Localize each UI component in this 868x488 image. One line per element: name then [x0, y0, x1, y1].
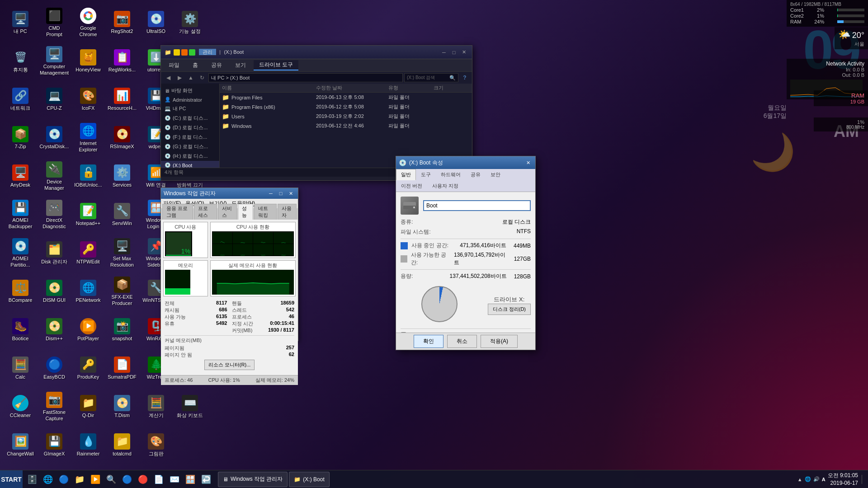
- icon-penetwork[interactable]: 🌐 PENetwork: [72, 273, 104, 310]
- sidebar-drive-f[interactable]: 💿(F:) 로컬 디스...: [161, 132, 219, 142]
- explorer-minimize-btn[interactable]: ─: [439, 48, 448, 57]
- icon-rsimage[interactable]: 📀 RSImageX: [106, 120, 138, 156]
- icon-crystaldisk[interactable]: 💿 CrystalDisk...: [38, 120, 70, 156]
- explorer-forward-btn[interactable]: ▶: [175, 73, 184, 83]
- icon-notepad[interactable]: 📝 Notepad++: [72, 197, 104, 233]
- props-tab-tools[interactable]: 도구: [416, 169, 436, 180]
- icon-calc[interactable]: 🧮 Calc: [5, 350, 36, 386]
- icon-tdism[interactable]: 📀 T.Dism: [106, 389, 138, 425]
- explorer-up-btn[interactable]: ▲: [186, 73, 196, 83]
- icon-sumatrapdf[interactable]: 📄 SumatraPDF: [106, 350, 138, 386]
- icon-directx[interactable]: 🎮 DirectX Diagnostic: [38, 197, 70, 233]
- icon-device-mgr[interactable]: 🔌 Device Manager: [38, 158, 70, 194]
- taskbar-icon-mail[interactable]: ✉️: [167, 472, 182, 487]
- taskbar-icon-office[interactable]: 📄: [151, 472, 166, 487]
- tray-show-desktop[interactable]: [862, 475, 864, 484]
- icon-regworks[interactable]: 📋 RegWorks...: [106, 43, 138, 79]
- icon-setmaxres[interactable]: 🖥️ Set Max Resolution: [106, 235, 138, 271]
- tm-tab-networking[interactable]: 네트워킹: [254, 204, 277, 220]
- icon-ie[interactable]: 🌐 Internet Explorer: [72, 120, 104, 156]
- icon-sfx[interactable]: 📦 SFX-EXE Producer: [106, 273, 138, 310]
- taskman-close-btn[interactable]: ✕: [286, 189, 295, 198]
- icon-cmd[interactable]: ⬛ CMD Prompt: [38, 5, 70, 41]
- tm-tab-services[interactable]: 서비스: [218, 204, 237, 220]
- explorer-tab-share[interactable]: 공유: [206, 61, 227, 70]
- explorer-refresh-btn[interactable]: ↻: [197, 73, 207, 83]
- taskbar-time[interactable]: 오전 9:01:05 2019-06-17: [828, 472, 858, 487]
- icon-ccleaner[interactable]: 🧹 CCleaner: [5, 389, 36, 425]
- sidebar-drive-g[interactable]: 💿(G:) 로컬 디스...: [161, 142, 219, 151]
- explorer-help-btn[interactable]: ?: [460, 73, 470, 83]
- icon-produkey[interactable]: 🔑 ProduKey: [72, 350, 104, 386]
- props-tab-custom[interactable]: 사용자 지정: [427, 180, 463, 192]
- taskman-maximize-btn[interactable]: □: [276, 189, 285, 198]
- taskbar-icon-red[interactable]: 🔴: [136, 472, 150, 487]
- tm-tab-users[interactable]: 사용자: [278, 204, 297, 220]
- sidebar-drive-h[interactable]: 💿(H:) 로컬 디스...: [161, 151, 219, 161]
- taskbar-icon-rh[interactable]: 🗄️: [25, 472, 39, 487]
- taskbar-icon-arrow[interactable]: ↩️: [199, 472, 213, 487]
- icon-computer-mgmt[interactable]: 🖥️ Computer Management: [38, 43, 70, 79]
- sidebar-desktop[interactable]: 🖥바탕 화면: [161, 86, 219, 95]
- icon-bcompare[interactable]: ⚖️ BCompare: [5, 273, 36, 310]
- props-tab-sharing[interactable]: 공유: [466, 169, 486, 180]
- props-close-btn[interactable]: ✕: [524, 158, 533, 167]
- file-row[interactable]: 📁Program Files (x86) 2019-06-12 오후 5:08 …: [220, 102, 472, 112]
- explorer-search-box[interactable]: (X:) Boot 검색 🔍: [404, 73, 458, 82]
- icon-calculator2[interactable]: 🧮 계산기: [140, 389, 172, 425]
- tray-network[interactable]: 🌐: [805, 476, 811, 482]
- icon-gimagex[interactable]: 💾 GImageX: [38, 427, 70, 463]
- icon-keyboard[interactable]: ⌨️ 화상 키보드: [174, 389, 206, 425]
- tm-tab-performance[interactable]: 성능: [238, 204, 253, 220]
- props-ok-btn[interactable]: 확인: [414, 335, 443, 348]
- explorer-back-btn[interactable]: ◀: [163, 73, 173, 83]
- icon-anydesk[interactable]: 🖥️ AnyDesk: [5, 158, 36, 194]
- tray-arrow[interactable]: ▲: [797, 477, 802, 482]
- icon-cpu-z[interactable]: 💻 CPU-Z: [38, 81, 70, 117]
- disk-cleanup-btn[interactable]: 디스크 정리(D): [488, 304, 531, 315]
- icon-honeview[interactable]: 🍯 HoneyView: [72, 43, 104, 79]
- tray-volume[interactable]: 🔊: [813, 476, 820, 482]
- explorer-close-btn[interactable]: ✕: [459, 48, 468, 57]
- explorer-address-bar[interactable]: 내 PC > (X:) Boot: [208, 73, 403, 82]
- icon-network2[interactable]: 🔗 네트워크: [5, 81, 36, 117]
- icon-bootice[interactable]: 🥾 Bootice: [5, 312, 36, 348]
- file-row[interactable]: 📁Users 2019-03-19 오후 2:02 파일 폴더: [220, 112, 472, 121]
- taskbar-icon-ie[interactable]: 🔵: [57, 472, 71, 487]
- sidebar-mypc[interactable]: 💻내 PC: [161, 104, 219, 113]
- icon-faststone[interactable]: 📷 FastStone Capture: [38, 389, 70, 425]
- icon-regshot2[interactable]: 📷 RegShot2: [106, 5, 138, 41]
- icon-snapshot[interactable]: 📸 snapshot: [106, 312, 138, 348]
- icon-ultraiso[interactable]: 💿 UltraISO: [140, 5, 172, 41]
- taskbar-app-explorer[interactable]: 📁 (X:) Boot: [289, 472, 329, 487]
- icon-easybcd[interactable]: 🔵 EasyBCD: [38, 350, 70, 386]
- icon-ntpwedit[interactable]: 🔑 NTPWEdit: [72, 235, 104, 271]
- icon-resourceh[interactable]: 📊 ResourceH...: [106, 81, 138, 117]
- sidebar-drive-d[interactable]: 💿(D:) 로컬 디스...: [161, 123, 219, 132]
- taskbar-icon-media[interactable]: ▶️: [88, 472, 103, 487]
- file-row[interactable]: 📁Program Files 2019-06-13 오후 5:08 파일 폴더: [220, 93, 472, 102]
- taskbar-icon-ball[interactable]: 🔵: [120, 472, 134, 487]
- explorer-tab-drive-tools[interactable]: 드라이브 도구: [254, 60, 298, 70]
- taskbar-app-taskman[interactable]: 🖥 Windows 작업 관리자: [218, 472, 288, 487]
- icon-services[interactable]: ⚙️ Services: [106, 158, 138, 194]
- sidebar-admin[interactable]: 👤Administrator: [161, 95, 219, 104]
- explorer-tab-view[interactable]: 보기: [230, 61, 251, 70]
- file-row[interactable]: 📁Windows 2019-06-12 오전 4:46 파일 폴더: [220, 121, 472, 131]
- explorer-maximize-btn[interactable]: □: [449, 48, 458, 57]
- icon-recycle[interactable]: 🗑️ 휴지통: [5, 43, 36, 79]
- tm-tab-processes[interactable]: 프로세스: [194, 204, 217, 220]
- icon-serviwin[interactable]: 🔧 ServiWin: [106, 197, 138, 233]
- icon-totalcmd[interactable]: 📁 totalcmd: [106, 427, 138, 463]
- taskbar-icon-chrome[interactable]: 🌐: [41, 472, 55, 487]
- icon-disk-mgr[interactable]: 🗂️ Disk 관리자: [38, 235, 70, 271]
- explorer-tab-home[interactable]: 홈: [187, 61, 203, 70]
- taskbar-icon-folder[interactable]: 📁: [72, 472, 87, 487]
- props-tab-security[interactable]: 보안: [486, 169, 505, 180]
- icon-changewallpaper[interactable]: 🖼️ ChangeWall: [5, 427, 36, 463]
- icon-potplayer[interactable]: ▶️ PotPlayer: [72, 312, 104, 348]
- tray-ime[interactable]: A: [822, 477, 826, 482]
- icon-qdir[interactable]: 📁 Q-Dir: [72, 389, 104, 425]
- tm-tab-apps[interactable]: 응용 프로그램: [162, 204, 193, 220]
- icon-chrome[interactable]: Google Chrome: [72, 5, 104, 41]
